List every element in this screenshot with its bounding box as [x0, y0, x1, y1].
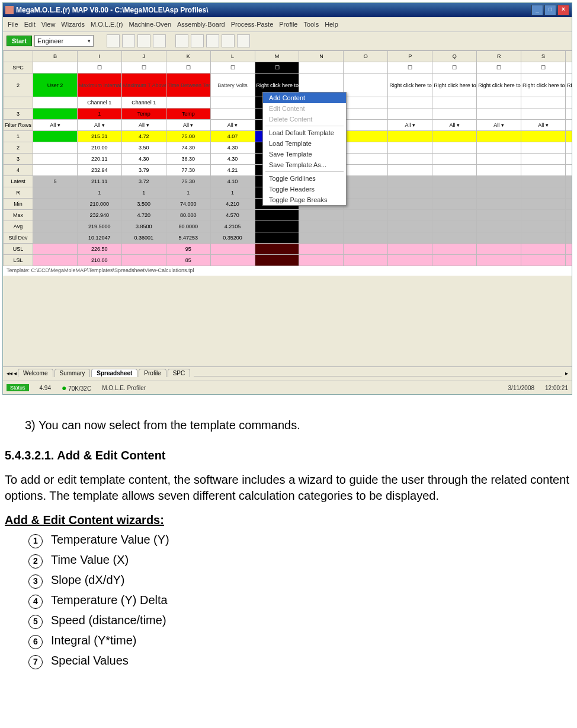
menu-toggle-gridlines[interactable]: Toggle Gridlines	[263, 173, 346, 184]
document-body: 3) You can now select from the template …	[0, 397, 577, 685]
dingbat-icon: 1	[28, 534, 43, 548]
menu-mole[interactable]: M.O.L.E.(r)	[91, 21, 123, 28]
maximize-button[interactable]: □	[544, 5, 556, 15]
menu-edit[interactable]: Edit	[24, 21, 36, 28]
tab-spc[interactable]: SPC	[168, 369, 191, 377]
item-label: Time Value (X)	[51, 553, 129, 566]
app-icon	[5, 6, 14, 14]
list-item: 2Time Value (X)	[28, 552, 572, 569]
menu-load-template[interactable]: Load Template	[263, 138, 346, 149]
tab-nav-next[interactable]: ▸	[565, 370, 568, 376]
template-path: Template: C:\ECD\MegaMoleMAP\Templates\S…	[3, 266, 572, 274]
tab-nav-first[interactable]: ◂◂	[7, 370, 12, 376]
toolbar: Start Engineer	[3, 32, 572, 50]
section-paragraph: To add or edit template content, the sof…	[5, 472, 572, 504]
list-item: 4Temperature (Y) Delta	[28, 592, 572, 609]
item-label: Temperature Value (Y)	[51, 533, 169, 546]
app-screenshot: MegaM.O.L.E.(r) MAP V8.00 - C:\MegaMOLE\…	[2, 2, 572, 395]
wizards-subheading: Add & Edit Content wizards:	[5, 512, 572, 528]
status-voltage: 4.94	[40, 385, 51, 391]
role-value: Engineer	[37, 37, 63, 44]
status-time: 12:00:21	[545, 385, 568, 391]
item-label: Integral (Y*time)	[51, 634, 137, 647]
title-bar: MegaM.O.L.E.(r) MAP V8.00 - C:\MegaMOLE\…	[3, 3, 572, 17]
status-bar: Status 4.94 ● 70K/32C M.O.L.E. Profiler …	[3, 381, 572, 394]
menu-toggle-headers[interactable]: Toggle Headers	[263, 184, 346, 194]
toolbar-btn-1[interactable]	[107, 34, 120, 47]
toolbar-btn-4[interactable]	[153, 34, 166, 47]
toolbar-btn-9[interactable]	[237, 34, 250, 47]
column-headers: BIJ KLM NOP QRS TU	[4, 51, 572, 62]
status-temp: 70K/32C	[68, 385, 91, 392]
wizards-list: 1Temperature Value (Y) 2Time Value (X) 3…	[28, 532, 572, 669]
list-item: 7Special Values	[28, 653, 572, 669]
spreadsheet-grid[interactable]: BIJ KLM NOP QRS TU SPC ☐☐☐☐☐ ☐☐☐☐☐☐ 2 Us…	[3, 50, 572, 276]
minimize-button[interactable]: _	[531, 5, 543, 15]
status-chip: Status	[7, 384, 29, 391]
context-menu: Add Content Edit Content Delete Content …	[262, 92, 347, 206]
dingbat-icon: 6	[28, 635, 43, 649]
menu-delete-content[interactable]: Delete Content	[263, 114, 346, 124]
toolbar-btn-7[interactable]	[206, 34, 219, 47]
menu-profile[interactable]: Profile	[279, 21, 297, 28]
menu-load-default-template[interactable]: Load Default Template	[263, 127, 346, 138]
tab-profile[interactable]: Profile	[139, 369, 166, 377]
toolbar-btn-8[interactable]	[222, 34, 235, 47]
list-item: 5Speed (distance/time)	[28, 612, 572, 629]
dingbat-icon: 7	[28, 655, 43, 669]
item-label: Speed (distance/time)	[51, 614, 166, 627]
item-label: Slope (dX/dY)	[51, 573, 125, 586]
tab-summary[interactable]: Summary	[55, 369, 91, 377]
section-heading: 5.4.3.2.1. Add & Edit Content	[5, 448, 572, 464]
status-device: M.O.L.E. Profiler	[102, 385, 146, 391]
menu-edit-content[interactable]: Edit Content	[263, 103, 346, 114]
toolbar-btn-2[interactable]	[122, 34, 135, 47]
menu-file[interactable]: File	[8, 21, 18, 28]
menu-process-paste[interactable]: Process-Paste	[231, 21, 274, 28]
dingbat-icon: 4	[28, 595, 43, 609]
step-3: 3) You can now select from the template …	[25, 417, 572, 433]
list-item: 1Temperature Value (Y)	[28, 532, 572, 548]
tab-welcome[interactable]: Welcome	[18, 369, 53, 377]
dingbat-icon: 2	[28, 554, 43, 569]
item-label: Special Values	[51, 654, 129, 667]
close-button[interactable]: ×	[557, 5, 569, 15]
menu-toggle-page-breaks[interactable]: Toggle Page Breaks	[263, 194, 346, 205]
menu-add-content[interactable]: Add Content	[263, 92, 346, 103]
status-date: 3/11/2008	[508, 385, 535, 391]
list-item: 6Integral (Y*time)	[28, 633, 572, 649]
menu-bar: File Edit View Wizards M.O.L.E.(r) Machi…	[3, 17, 572, 32]
menu-save-template-as[interactable]: Save Template As...	[263, 159, 346, 170]
menu-help[interactable]: Help	[325, 21, 338, 28]
menu-machine-oven[interactable]: Machine-Oven	[129, 21, 171, 28]
sheet-tabs: ◂◂ ◂ Welcome Summary Spreadsheet Profile…	[3, 366, 572, 379]
status-dot-icon: ●	[62, 383, 66, 392]
list-item: 3Slope (dX/dY)	[28, 572, 572, 589]
toolbar-btn-5[interactable]	[175, 34, 188, 47]
menu-assembly-board[interactable]: Assembly-Board	[177, 21, 225, 28]
tab-spreadsheet[interactable]: Spreadsheet	[91, 369, 137, 377]
menu-tools[interactable]: Tools	[303, 21, 319, 28]
role-combo[interactable]: Engineer	[34, 35, 94, 47]
tab-nav-prev[interactable]: ◂	[14, 370, 17, 376]
window-title: MegaM.O.L.E.(r) MAP V8.00 - C:\MegaMOLE\…	[16, 6, 209, 14]
menu-view[interactable]: View	[41, 21, 56, 28]
item-label: Temperature (Y) Delta	[51, 593, 168, 606]
menu-save-template[interactable]: Save Template	[263, 149, 346, 159]
menu-wizards[interactable]: Wizards	[61, 21, 85, 28]
dingbat-icon: 3	[28, 574, 43, 589]
toolbar-btn-6[interactable]	[191, 34, 204, 47]
toolbar-btn-3[interactable]	[137, 34, 150, 47]
dingbat-icon: 5	[28, 615, 43, 629]
start-button[interactable]: Start	[7, 36, 32, 46]
